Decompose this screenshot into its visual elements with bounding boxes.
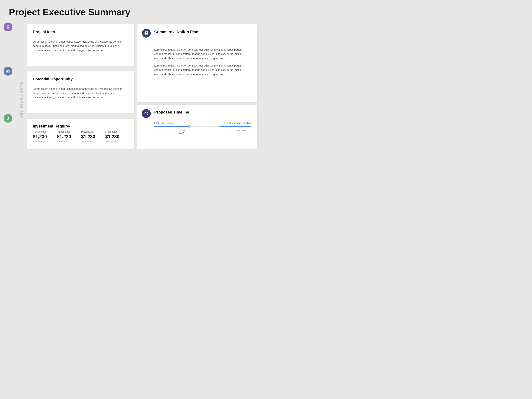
commercialization-plan-icon [142,29,151,38]
proposed-timeline-card: Proposed Timeline Fast Track Routing Ful… [137,105,257,149]
left-column: Project Idea Lorem ipsum dolor sit amet,… [14,24,134,149]
proposed-timeline-title: Proposed Timeline [154,110,251,114]
investment-placeholder-3: Placeholder [81,130,104,133]
right-column: Commercialization Plan Lorem ipsum dolor… [137,24,257,149]
investment-required-card: Investment Required Placeholder $1,230 S… [27,119,134,149]
project-idea-body: Lorem ipsum dolor sit amet, consectetuer… [33,39,128,52]
investment-item-1: Placeholder $1,230 Sample text [33,130,55,143]
investment-required-icon [4,114,13,123]
investment-sample-2: Sample text [57,140,79,143]
project-idea-card: Project Idea Lorem ipsum dolor sit amet,… [27,24,134,66]
commercialization-plan-body2: Lorem ipsum dolor sit amet, consectetuer… [154,63,251,76]
project-idea-icon [4,23,13,32]
investment-amount-3: $1,230 [81,134,104,139]
investment-item-2: Placeholder $1,230 Sample text [57,130,79,143]
page-title: Project Executive Summary [9,7,257,17]
investment-sample-3: Sample text [81,140,104,143]
potential-opportunity-card: Potential Opportunity Lorem ipsum dolor … [27,71,134,113]
main-grid: Project Idea Lorem ipsum dolor sit amet,… [14,24,257,149]
investment-placeholder-1: Placeholder [33,130,55,133]
investment-item-4: Placeholder $1,230 Sample text [105,130,128,143]
timeline-icon [144,111,149,116]
investment-amount-2: $1,230 [57,134,79,139]
commercialization-plan-body1: Lorem ipsum dolor sit amet, consectetuer… [154,48,251,60]
investment-placeholder-2: Placeholder [57,130,79,133]
investment-placeholder-4: Placeholder [105,130,128,133]
timeline-bar-container [154,126,251,127]
investment-sample-4: Sample text [105,140,128,143]
investment-required-title: Investment Required [33,124,128,129]
lightbulb-icon [6,25,10,29]
investment-grid: Placeholder $1,230 Sample text Placehold… [33,130,128,143]
timeline-date-right: May 2023 [236,129,251,135]
commercialization-plan-card: Commercialization Plan Lorem ipsum dolor… [137,24,257,101]
investment-amount-1: $1,230 [33,134,55,139]
potential-opportunity-title: Potential Opportunity [33,77,128,81]
project-idea-title: Project Idea [33,30,128,34]
timeline-label-full-appropriation: Full Appropriation Routing [224,122,251,124]
investment-amount-4: $1,230 [105,134,128,139]
timeline-dates: March2023 May 2023 [154,129,251,135]
timeline-date-left: March2023 [154,129,185,135]
commercialization-plan-title: Commercialization Plan [154,30,251,34]
potential-opportunity-icon [4,67,13,76]
proposed-timeline-icon [142,109,151,118]
commercialization-icon [144,31,149,35]
potential-opportunity-body: Lorem ipsum dolor sit amet, consectetuer… [33,87,128,100]
investment-icon [6,116,10,120]
investment-sample-1: Sample text [33,140,55,143]
project-idea-wrapper: Project Idea Lorem ipsum dolor sit amet,… [14,24,134,66]
timeline-section: Fast Track Routing Full Appropriation Ro… [154,119,251,135]
timeline-label-fast-track: Fast Track Routing [154,122,174,124]
opportunity-icon [6,69,10,73]
investment-item-3: Placeholder $1,230 Sample text [81,130,104,143]
timeline-track [154,126,251,127]
investment-required-wrapper: Investment Required Placeholder $1,230 S… [14,116,134,149]
potential-opportunity-wrapper: Potential Opportunity Lorem ipsum dolor … [14,69,134,113]
timeline-legend: Fast Track Routing Full Appropriation Ro… [154,122,251,124]
